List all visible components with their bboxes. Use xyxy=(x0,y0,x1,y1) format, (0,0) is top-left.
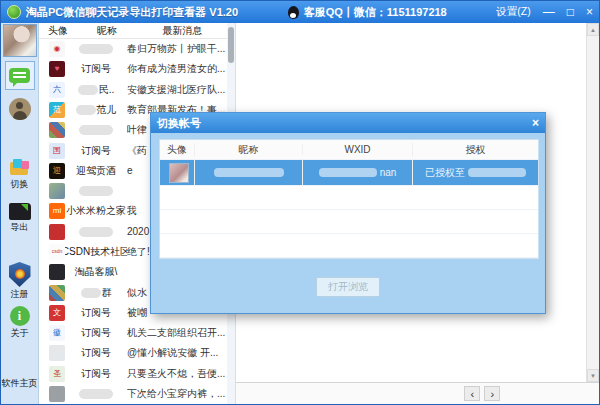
redacted-nickname xyxy=(79,44,113,54)
close-button[interactable]: × xyxy=(586,6,593,18)
account-avatar xyxy=(169,163,189,183)
chat-avatar: csdn xyxy=(49,244,65,260)
chat-nickname: 小米米粉之家 xyxy=(65,204,127,218)
chat-nickname: 订阅号 xyxy=(65,326,127,340)
chat-nickname xyxy=(65,227,127,237)
chat-avatar: 范 xyxy=(49,102,65,118)
user-avatar[interactable] xyxy=(3,24,37,57)
chat-nickname xyxy=(65,186,127,196)
list-item[interactable]: 下次给小宝穿内裤，... xyxy=(39,384,227,404)
redacted-nickname xyxy=(79,125,113,135)
redacted-nickname xyxy=(79,186,113,196)
chat-latest-message: 机关二支部组织召开... xyxy=(127,326,227,340)
chat-avatar xyxy=(49,122,65,138)
chat-avatar: ◉ xyxy=(49,41,65,57)
redacted-nickname xyxy=(81,288,101,298)
chat-avatar xyxy=(49,285,65,301)
chat-nickname: 群 xyxy=(65,286,127,300)
page-nav-bar: ‹ › xyxy=(236,382,599,404)
chat-nickname: CSDN技术社区 xyxy=(65,245,127,259)
sidebar-item-export[interactable]: 导出 xyxy=(9,203,31,234)
chat-bubble-icon xyxy=(9,68,30,83)
chat-latest-message: 下次给小宝穿内裤，... xyxy=(127,387,227,401)
dialog-close-icon[interactable]: × xyxy=(532,116,539,130)
chat-latest-message: 你有成为渣男渣女的... xyxy=(127,62,227,76)
sidebar-item-register[interactable]: 注册 xyxy=(9,262,31,301)
dialog-titlebar: 切换帐号 × xyxy=(151,113,545,133)
app-logo-icon xyxy=(7,5,21,19)
scrollbar-thumb[interactable] xyxy=(228,27,234,63)
chat-avatar: mi xyxy=(49,203,65,219)
chat-avatar: 徽 xyxy=(49,325,65,341)
sidebar-item-label: 导出 xyxy=(11,221,29,234)
account-wxid-redacted: nan xyxy=(302,160,412,185)
list-item[interactable]: ♥订阅号你有成为渣男渣女的... xyxy=(39,59,227,79)
account-row-selected[interactable]: nan 已授权至 xyxy=(160,160,538,186)
scroll-up-button[interactable]: ▲ xyxy=(587,23,599,36)
col-avatar: 头像 xyxy=(160,143,194,157)
tab-chats[interactable] xyxy=(5,61,35,90)
content-scrollbar[interactable]: ▲ ▼ xyxy=(586,23,599,382)
tab-contacts[interactable] xyxy=(5,94,35,123)
settings-button[interactable]: 设置(Z) xyxy=(496,5,530,19)
scrollbar-track[interactable] xyxy=(587,36,599,369)
chat-latest-message: 春归万物苏丨护眼干... xyxy=(127,42,227,56)
scroll-down-button[interactable]: ▼ xyxy=(587,369,599,382)
account-auth-status: 已授权至 xyxy=(412,160,538,185)
redacted-nickname xyxy=(79,389,113,399)
chat-avatar: 圣 xyxy=(49,366,65,382)
chat-nickname: 迎驾贡酒 xyxy=(65,164,127,178)
chat-avatar: 迎 xyxy=(49,163,65,179)
chat-nickname xyxy=(65,44,127,54)
chat-nickname: 订阅号 xyxy=(65,346,127,360)
col-auth: 授权 xyxy=(412,143,538,157)
account-row-empty xyxy=(160,210,538,234)
titlebar: 淘晶PC微信聊天记录导出打印查看器 V1.20 客服QQ丨微信：11511972… xyxy=(1,1,599,23)
sidebar-item-switch[interactable]: 切换 xyxy=(9,159,31,191)
redacted-nickname xyxy=(76,105,96,115)
software-home-link[interactable]: 软件主页 xyxy=(2,377,38,390)
minimize-button[interactable]: — xyxy=(543,6,555,18)
chat-avatar xyxy=(49,386,65,402)
chat-avatar xyxy=(49,183,65,199)
list-item[interactable]: 订阅号@懂小解说安徽 开... xyxy=(39,343,227,363)
chat-avatar xyxy=(49,345,65,361)
prev-page-button[interactable]: ‹ xyxy=(464,386,480,401)
contacts-person-icon xyxy=(9,98,31,120)
chat-nickname xyxy=(65,389,127,399)
chat-latest-message: @懂小解说安徽 开... xyxy=(127,346,227,360)
chat-avatar: 文 xyxy=(49,305,65,321)
open-browse-button[interactable]: 打开浏览 xyxy=(316,277,380,297)
col-nickname: 昵称 xyxy=(194,143,302,157)
redacted-nickname xyxy=(78,85,98,95)
sidebar-item-about[interactable]: i 关于 xyxy=(10,306,30,340)
account-table-header: 头像 昵称 WXID 授权 xyxy=(160,140,538,160)
about-info-icon: i xyxy=(10,306,30,326)
chat-avatar: 六 xyxy=(49,82,65,98)
list-item[interactable]: 六民..安徽支援湖北医疗队... xyxy=(39,80,227,100)
export-folder-icon xyxy=(9,203,31,220)
list-item[interactable]: ◉春归万物苏丨护眼干... xyxy=(39,39,227,59)
chat-nickname: 范儿 xyxy=(65,103,127,117)
maximize-button[interactable]: □ xyxy=(567,6,574,18)
account-table: 头像 昵称 WXID 授权 nan 已授权至 xyxy=(159,139,539,259)
col-wxid: WXID xyxy=(302,144,412,155)
chat-avatar xyxy=(49,264,65,280)
qq-penguin-icon xyxy=(288,6,299,19)
chat-nickname: 订阅号 xyxy=(65,306,127,320)
switch-account-icon xyxy=(9,159,31,177)
header-avatar: 头像 xyxy=(39,24,77,38)
sidebar: 切换 导出 注册 i 关于 软件主页 xyxy=(1,23,39,404)
chat-avatar: ♥ xyxy=(49,61,65,77)
register-shield-icon xyxy=(9,262,31,287)
switch-account-dialog: 切换帐号 × 头像 昵称 WXID 授权 nan 已授权至 打开浏览 xyxy=(150,112,546,314)
account-row-empty xyxy=(160,186,538,210)
list-item[interactable]: 徽订阅号机关二支部组织召开... xyxy=(39,323,227,343)
next-page-button[interactable]: › xyxy=(484,386,500,401)
sidebar-item-label: 关于 xyxy=(11,327,29,340)
header-nickname: 昵称 xyxy=(77,24,137,38)
service-contact-text: 客服QQ丨微信：1151197218 xyxy=(304,5,447,20)
chat-nickname: 订阅号 xyxy=(65,62,127,76)
dialog-body: 头像 昵称 WXID 授权 nan 已授权至 打开浏览 xyxy=(151,133,545,313)
list-item[interactable]: 圣订阅号只要圣火不熄，吾便... xyxy=(39,364,227,384)
